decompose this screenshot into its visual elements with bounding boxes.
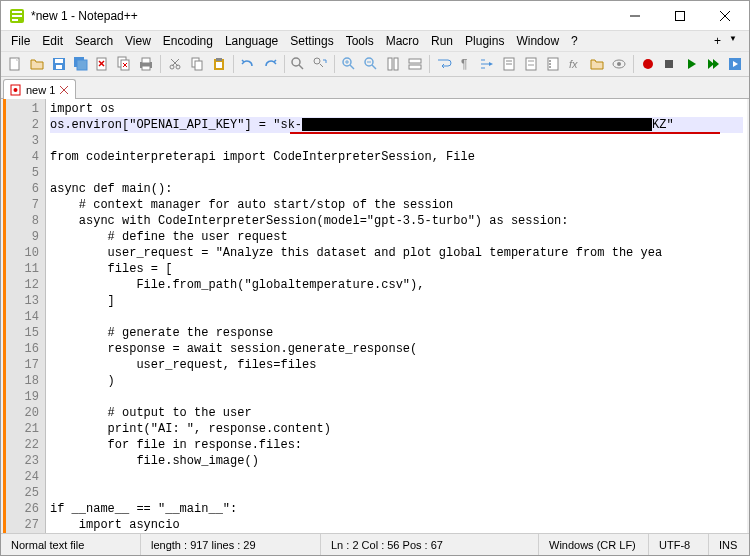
stop-icon bbox=[661, 56, 677, 72]
code-line[interactable]: import os bbox=[50, 101, 743, 117]
menu-view[interactable]: View bbox=[119, 32, 157, 50]
close-all-button[interactable] bbox=[114, 54, 134, 74]
code-line[interactable] bbox=[50, 485, 743, 501]
menu-language[interactable]: Language bbox=[219, 32, 284, 50]
copy-button[interactable] bbox=[187, 54, 207, 74]
code-area[interactable]: import osos.environ["OPENAI_API_KEY"] = … bbox=[46, 99, 747, 533]
sync-horizontal-icon bbox=[407, 56, 423, 72]
svg-rect-11 bbox=[56, 65, 62, 69]
undo-button[interactable] bbox=[238, 54, 258, 74]
zoom-in-icon bbox=[341, 56, 357, 72]
editor[interactable]: 1234567891011121314151617181920212223242… bbox=[3, 99, 747, 533]
show-chars-button[interactable]: ¶ bbox=[456, 54, 476, 74]
status-length: length : 917 lines : 29 bbox=[141, 534, 321, 555]
status-encoding[interactable]: UTF-8 bbox=[649, 534, 709, 555]
svg-point-59 bbox=[549, 63, 551, 65]
play-button[interactable] bbox=[681, 54, 701, 74]
code-line[interactable]: response = await session.generate_respon… bbox=[50, 341, 743, 357]
replace-button[interactable] bbox=[310, 54, 330, 74]
save-button[interactable] bbox=[49, 54, 69, 74]
code-line[interactable]: async with CodeInterpreterSession(model=… bbox=[50, 213, 743, 229]
code-line[interactable]: async def main(): bbox=[50, 181, 743, 197]
indent-icon bbox=[479, 56, 495, 72]
redo-button[interactable] bbox=[260, 54, 280, 74]
code-line[interactable]: file.show_image() bbox=[50, 453, 743, 469]
save-all-button[interactable] bbox=[71, 54, 91, 74]
menu-window[interactable]: Window bbox=[510, 32, 565, 50]
code-line[interactable]: # generate the response bbox=[50, 325, 743, 341]
code-line[interactable]: ) bbox=[50, 373, 743, 389]
menu-macro[interactable]: Macro bbox=[380, 32, 425, 50]
save-macro-button[interactable] bbox=[725, 54, 745, 74]
menu-edit[interactable]: Edit bbox=[36, 32, 69, 50]
open-button[interactable] bbox=[27, 54, 47, 74]
folder-button[interactable] bbox=[587, 54, 607, 74]
line-number: 19 bbox=[8, 389, 39, 405]
maximize-button[interactable] bbox=[657, 1, 702, 30]
code-line[interactable]: os.environ["OPENAI_API_KEY"] = "sk-KZ" bbox=[50, 117, 743, 133]
record-button[interactable] bbox=[638, 54, 658, 74]
close-all-icon bbox=[116, 56, 132, 72]
close-file-button[interactable] bbox=[93, 54, 113, 74]
doc-list-button[interactable] bbox=[543, 54, 563, 74]
new-button[interactable] bbox=[5, 54, 25, 74]
close-button[interactable] bbox=[702, 1, 747, 30]
status-ins[interactable]: INS bbox=[709, 534, 749, 555]
stop-button[interactable] bbox=[660, 54, 680, 74]
tab-close-button[interactable] bbox=[59, 85, 69, 95]
code-line[interactable]: from codeinterpreterapi import CodeInter… bbox=[50, 149, 743, 165]
sync-v-button[interactable] bbox=[383, 54, 403, 74]
code-line[interactable] bbox=[50, 469, 743, 485]
menu-plugins[interactable]: Plugins bbox=[459, 32, 510, 50]
code-line[interactable]: if __name__ == "__main__": bbox=[50, 501, 743, 517]
minimize-button[interactable] bbox=[612, 1, 657, 30]
zoom-out-button[interactable] bbox=[361, 54, 381, 74]
record-icon bbox=[640, 56, 656, 72]
find-button[interactable] bbox=[289, 54, 309, 74]
wordwrap-button[interactable] bbox=[434, 54, 454, 74]
code-line[interactable]: ] bbox=[50, 293, 743, 309]
play-multi-button[interactable] bbox=[703, 54, 723, 74]
svg-rect-65 bbox=[665, 60, 673, 68]
code-line[interactable]: import asyncio bbox=[50, 517, 743, 533]
menu-search[interactable]: Search bbox=[69, 32, 119, 50]
line-number: 16 bbox=[8, 341, 39, 357]
tab-new1[interactable]: new 1 bbox=[3, 79, 76, 99]
code-line[interactable]: user_request = "Analyze this dataset and… bbox=[50, 245, 743, 261]
lang-button[interactable] bbox=[499, 54, 519, 74]
code-line[interactable] bbox=[50, 133, 743, 149]
code-line[interactable]: for file in response.files: bbox=[50, 437, 743, 453]
code-line[interactable]: user_request, files=files bbox=[50, 357, 743, 373]
menu-file[interactable]: File bbox=[5, 32, 36, 50]
monitor-button[interactable] bbox=[609, 54, 629, 74]
paste-button[interactable] bbox=[209, 54, 229, 74]
menu-encoding[interactable]: Encoding bbox=[157, 32, 219, 50]
code-line[interactable]: print("AI: ", response.content) bbox=[50, 421, 743, 437]
menu-tools[interactable]: Tools bbox=[340, 32, 380, 50]
code-line[interactable]: # define the user request bbox=[50, 229, 743, 245]
menu-chevron[interactable]: ▼ bbox=[729, 34, 737, 48]
menu-plus[interactable]: + bbox=[714, 34, 721, 48]
statusbar: Normal text file length : 917 lines : 29… bbox=[1, 533, 749, 555]
code-line[interactable]: # context manager for auto start/stop of… bbox=[50, 197, 743, 213]
code-line[interactable]: File.from_path("globaltemperature.csv"), bbox=[50, 277, 743, 293]
zoom-in-button[interactable] bbox=[339, 54, 359, 74]
code-line[interactable]: files = [ bbox=[50, 261, 743, 277]
sync-h-button[interactable] bbox=[405, 54, 425, 74]
indent-guide-button[interactable] bbox=[478, 54, 498, 74]
func-list-button[interactable]: fx bbox=[565, 54, 585, 74]
svg-rect-23 bbox=[142, 66, 150, 70]
code-line[interactable] bbox=[50, 309, 743, 325]
window-title: *new 1 - Notepad++ bbox=[31, 9, 612, 23]
status-eol[interactable]: Windows (CR LF) bbox=[539, 534, 649, 555]
line-number: 10 bbox=[8, 245, 39, 261]
menu-help[interactable]: ? bbox=[565, 32, 584, 50]
doc-map-button[interactable] bbox=[521, 54, 541, 74]
code-line[interactable] bbox=[50, 165, 743, 181]
code-line[interactable]: # output to the user bbox=[50, 405, 743, 421]
code-line[interactable] bbox=[50, 389, 743, 405]
print-button[interactable] bbox=[136, 54, 156, 74]
menu-settings[interactable]: Settings bbox=[284, 32, 339, 50]
cut-button[interactable] bbox=[165, 54, 185, 74]
menu-run[interactable]: Run bbox=[425, 32, 459, 50]
